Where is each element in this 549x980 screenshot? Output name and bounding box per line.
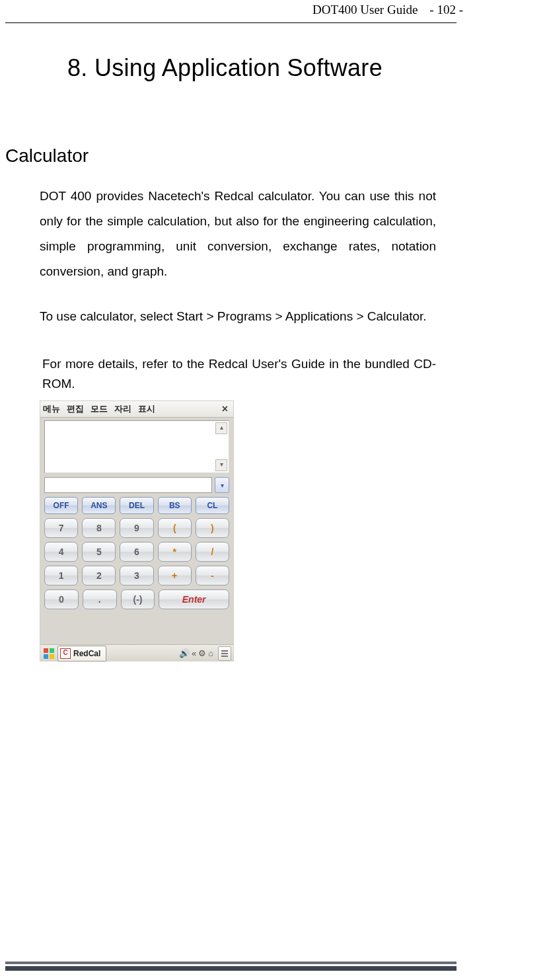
- key-dot[interactable]: .: [83, 589, 117, 609]
- key-5[interactable]: 5: [82, 542, 116, 562]
- taskbar-app[interactable]: C RedCal: [57, 646, 106, 661]
- calculator-screenshot: 메뉴 편집 모드 자리 표시 × ▴ ▾ ▾ OFF ANS DEL BS CL: [40, 400, 234, 661]
- section-title: Calculator: [5, 145, 89, 167]
- taskbar-tray: 🔊 « ⚙ ⌂: [179, 646, 231, 661]
- paragraph-1: DOT 400 provides Nacetech's Redcal calcu…: [40, 184, 436, 284]
- paragraph-2: To use calculator, select Start > Progra…: [40, 304, 436, 329]
- page: DOT400 User Guide - 102 - 8. Using Appli…: [0, 0, 549, 980]
- windows-flag-icon: [43, 648, 55, 660]
- key-7[interactable]: 7: [44, 518, 78, 538]
- svg-rect-2: [44, 654, 48, 659]
- key-enter[interactable]: Enter: [159, 589, 229, 609]
- menu-item-edit[interactable]: 편집: [67, 403, 84, 415]
- start-button[interactable]: [42, 647, 55, 660]
- scroll-up-button[interactable]: ▴: [215, 422, 227, 434]
- tray-home-icon[interactable]: ⌂: [208, 649, 213, 658]
- calc-entry-input[interactable]: [44, 477, 212, 493]
- key-8[interactable]: 8: [82, 518, 116, 538]
- menu-item-menu[interactable]: 메뉴: [43, 403, 60, 415]
- bs-button[interactable]: BS: [158, 497, 192, 514]
- key-6[interactable]: 6: [120, 542, 153, 562]
- calc-dropdown-button[interactable]: ▾: [215, 477, 229, 493]
- key-lparen[interactable]: (: [158, 518, 192, 538]
- footer-decoration: [5, 961, 457, 971]
- calc-entry-row: ▾: [44, 477, 229, 493]
- key-9[interactable]: 9: [120, 518, 153, 538]
- del-button[interactable]: DEL: [120, 497, 153, 514]
- header-doc-title: DOT400 User Guide: [312, 3, 418, 17]
- calc-body: ▴ ▾ ▾ OFF ANS DEL BS CL 7 8 9 ( ): [40, 418, 233, 644]
- chapter-title: 8. Using Application Software: [0, 54, 450, 82]
- key-subtract[interactable]: -: [196, 566, 229, 585]
- key-neg[interactable]: (-): [121, 589, 155, 609]
- calc-function-row: OFF ANS DEL BS CL: [44, 497, 229, 514]
- key-2[interactable]: 2: [82, 566, 116, 585]
- header-rule: [5, 22, 457, 23]
- calc-keypad: 7 8 9 ( ) 4 5 6 * / 1 2 3 +: [44, 518, 229, 609]
- calc-menubar: 메뉴 편집 모드 자리 표시 ×: [40, 401, 233, 418]
- calc-display: ▴ ▾: [44, 420, 229, 473]
- key-add[interactable]: +: [158, 566, 192, 585]
- key-3[interactable]: 3: [120, 566, 153, 585]
- key-multiply[interactable]: *: [158, 542, 192, 562]
- key-0[interactable]: 0: [44, 589, 79, 609]
- svg-rect-0: [44, 648, 48, 653]
- menu-item-mode[interactable]: 모드: [91, 403, 108, 415]
- ans-button[interactable]: ANS: [82, 497, 116, 514]
- redcal-icon: C: [60, 648, 71, 659]
- key-1[interactable]: 1: [44, 566, 78, 585]
- paragraph-3: For more details, refer to the Redcal Us…: [42, 354, 436, 394]
- close-button[interactable]: ×: [219, 404, 231, 414]
- cl-button[interactable]: CL: [196, 497, 229, 514]
- menu-item-digit[interactable]: 자리: [114, 403, 131, 415]
- page-header: DOT400 User Guide - 102 -: [0, 0, 549, 29]
- key-4[interactable]: 4: [44, 542, 78, 562]
- header-page-number: - 102 -: [429, 3, 463, 17]
- key-rparen[interactable]: ): [196, 518, 229, 538]
- svg-rect-3: [50, 654, 54, 659]
- tray-rewind-icon[interactable]: «: [192, 649, 196, 658]
- tray-settings-icon[interactable]: ⚙: [198, 649, 206, 658]
- tray-sound-icon[interactable]: 🔊: [179, 649, 190, 658]
- svg-rect-1: [50, 648, 54, 653]
- menu-item-display[interactable]: 표시: [138, 403, 155, 415]
- off-button[interactable]: OFF: [44, 497, 78, 514]
- taskbar-app-label: RedCal: [73, 649, 100, 658]
- key-divide[interactable]: /: [196, 542, 229, 562]
- sip-button[interactable]: [218, 646, 231, 661]
- calc-taskbar: C RedCal 🔊 « ⚙ ⌂: [40, 644, 233, 661]
- scroll-down-button[interactable]: ▾: [215, 459, 227, 471]
